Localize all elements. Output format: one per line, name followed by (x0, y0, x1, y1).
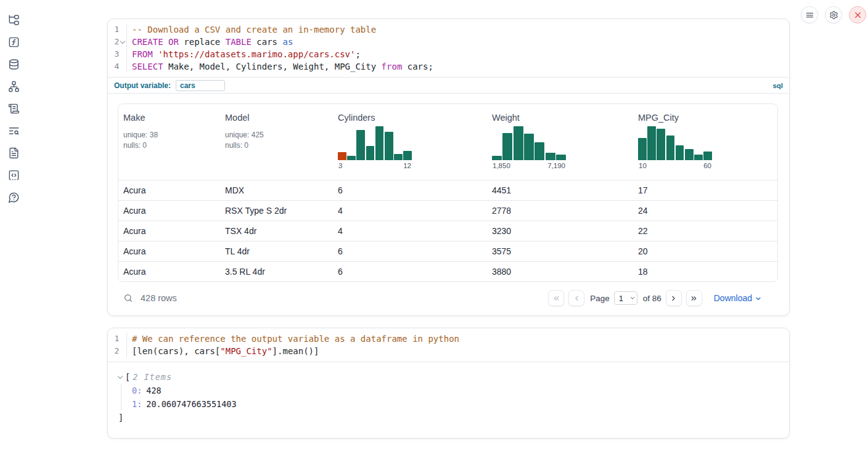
scratchpad-button[interactable] (5, 100, 22, 117)
menu-button[interactable] (801, 6, 818, 23)
page-total: of 86 (643, 294, 661, 303)
help-button[interactable] (5, 188, 22, 206)
table-cell: Acura (118, 241, 220, 261)
table-output: Makeunique: 38nulls: 0Modelunique: 425nu… (108, 94, 789, 315)
column-stats: unique: 38nulls: 0 (123, 130, 215, 150)
code-line-text: CREATE OR replace TABLE cars as (127, 36, 293, 48)
logs-icon (8, 125, 20, 137)
column-histogram[interactable]: 312 (338, 126, 412, 169)
column-header[interactable]: MPG_City1060 (633, 104, 777, 180)
histogram-bar (546, 153, 555, 160)
code-line-text: -- Download a CSV and create an in-memor… (127, 23, 376, 36)
collapse-icon[interactable] (118, 373, 123, 378)
line-gutter: 1 (108, 23, 127, 36)
list-output: [ 2 Items 0: 428 1: 20.060747663551403 ] (108, 362, 789, 438)
snippets-button[interactable] (5, 166, 22, 184)
column-name: Weight (492, 113, 628, 123)
histogram-bar (638, 138, 647, 160)
data-table-card: Makeunique: 38nulls: 0Modelunique: 425nu… (118, 103, 778, 282)
histogram-bar (676, 145, 684, 160)
line-gutter: 2 (108, 36, 127, 48)
line-number: 2 (108, 345, 119, 357)
code-line-text: FROM 'https://datasets.marimo.app/cars.c… (127, 48, 361, 60)
notebook-actions (801, 6, 866, 23)
file-tree-button[interactable] (5, 11, 22, 28)
last-page-button[interactable] (686, 290, 702, 306)
table-row[interactable]: AcuraTL 4dr6357520 (118, 241, 777, 261)
logs-button[interactable] (5, 122, 22, 139)
table-cell: 6 (333, 241, 487, 261)
datasources-button[interactable] (5, 55, 22, 73)
histogram-bar (694, 155, 703, 160)
table-cell: 4 (333, 220, 487, 241)
table-cell: 24 (633, 200, 777, 220)
pagination: Page 1 of 86 (544, 290, 702, 306)
line-number: 2 (108, 36, 119, 48)
table-cell: 3575 (487, 241, 633, 261)
list-item: 0: 428 (132, 384, 779, 397)
line-number: 3 (108, 48, 119, 60)
code-editor-python[interactable]: 1# We can reference the output variable … (108, 328, 789, 362)
table-cell: MDX (220, 180, 333, 200)
documentation-button[interactable] (5, 144, 22, 161)
item-key: 0: (132, 386, 142, 395)
function-square-icon (8, 36, 20, 48)
column-header[interactable]: Modelunique: 425nulls: 0 (220, 104, 333, 180)
code-editor-sql[interactable]: 1-- Download a CSV and create an in-memo… (108, 19, 789, 77)
python-cell: 1# We can reference the output variable … (107, 328, 790, 439)
line-gutter: 3 (108, 48, 127, 60)
function-square-button[interactable] (5, 33, 22, 51)
page-select[interactable]: 1 (614, 291, 637, 305)
histogram-axis-labels: 1,8507,190 (492, 162, 566, 169)
items-count: 2 Items (133, 372, 172, 382)
table-cell: Acura (118, 200, 220, 220)
column-header[interactable]: Cylinders312 (333, 104, 487, 180)
list-item: 1: 20.060747663551403 (132, 397, 779, 411)
prev-page-button[interactable] (568, 290, 584, 306)
table-cell: 6 (333, 261, 487, 281)
column-histogram[interactable]: 1,8507,190 (492, 126, 566, 169)
table-row[interactable]: AcuraRSX Type S 2dr4277824 (118, 200, 777, 220)
chevron-right-icon (669, 294, 678, 302)
histogram-bar (347, 156, 356, 160)
column-histogram[interactable]: 1060 (638, 126, 712, 169)
line-number: 4 (108, 60, 119, 73)
table-row[interactable]: Acura3.5 RL 4dr6388018 (118, 261, 777, 281)
item-value: 20.060747663551403 (146, 399, 236, 409)
column-stats: unique: 425nulls: 0 (225, 130, 328, 150)
search-rows-button[interactable] (121, 291, 136, 305)
first-page-button[interactable] (548, 290, 564, 306)
language-badge: sql (772, 82, 783, 89)
bracket-open: [ (125, 372, 130, 382)
file-tree-icon (8, 14, 20, 26)
next-page-button[interactable] (666, 290, 682, 306)
settings-button[interactable] (825, 6, 842, 23)
column-header[interactable]: Makeunique: 38nulls: 0 (118, 104, 220, 180)
line-gutter: 2 (108, 345, 127, 357)
sql-cell: 1-- Download a CSV and create an in-memo… (107, 18, 790, 316)
table-row[interactable]: AcuraTSX 4dr4323022 (118, 220, 777, 241)
histogram-bar (375, 126, 384, 160)
shutdown-button[interactable] (849, 6, 866, 23)
table-cell: 3880 (487, 261, 633, 281)
histogram-bar (647, 126, 656, 160)
chevron-down-icon (755, 295, 762, 302)
column-header[interactable]: Weight1,8507,190 (487, 104, 633, 180)
table-cell: Acura (118, 261, 220, 281)
histogram-bar (685, 149, 694, 160)
snippets-icon (8, 169, 20, 181)
dependency-graph-button[interactable] (5, 78, 22, 95)
histogram-bar (366, 146, 375, 160)
table-cell: Acura (118, 180, 220, 200)
item-key: 1: (132, 399, 142, 409)
table-footer: 428 rows Page 1 of 86 (118, 282, 778, 315)
histogram-bar (703, 152, 712, 160)
histogram-bar (385, 132, 393, 160)
output-variable-bar: Output variable: sql (108, 77, 789, 94)
download-button[interactable]: Download (714, 293, 762, 303)
fold-chevron-icon[interactable] (120, 38, 125, 43)
output-variable-input[interactable] (176, 80, 225, 91)
table-cell: 17 (633, 180, 777, 200)
histogram-bar (534, 142, 544, 160)
table-row[interactable]: AcuraMDX6445117 (118, 180, 777, 200)
